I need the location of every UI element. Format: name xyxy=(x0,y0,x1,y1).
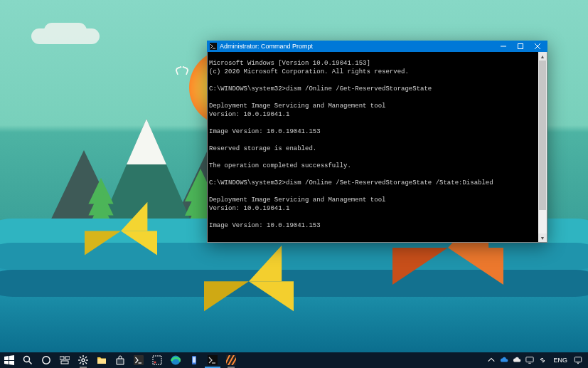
onedrive-icon[interactable] xyxy=(498,356,511,364)
cortana-button[interactable] xyxy=(37,352,55,368)
scroll-track[interactable] xyxy=(538,61,547,233)
task-view-button[interactable] xyxy=(55,352,74,368)
tray-expand-icon[interactable] xyxy=(485,356,498,364)
window-titlebar[interactable]: Administrator: Command Prompt xyxy=(207,41,547,52)
window-title: Administrator: Command Prompt xyxy=(220,43,495,50)
your-phone-app[interactable] xyxy=(185,352,203,368)
file-explorer-app[interactable] xyxy=(92,352,111,368)
windows-terminal-app[interactable] xyxy=(129,352,148,368)
scroll-thumb[interactable] xyxy=(539,61,546,210)
network-icon[interactable] xyxy=(523,356,536,364)
terminal-output[interactable]: Microsoft Windows [Version 10.0.19041.15… xyxy=(208,58,538,236)
taskbar: ENG xyxy=(0,352,588,368)
minimize-button[interactable] xyxy=(495,41,512,52)
scroll-up-button[interactable]: ▲ xyxy=(538,52,547,61)
vertical-scrollbar[interactable]: ▲ ▼ xyxy=(538,52,547,242)
start-button[interactable] xyxy=(0,352,18,368)
cmd-app-icon xyxy=(210,43,217,50)
microsoft-store-app[interactable] xyxy=(111,352,129,368)
display-link-icon[interactable] xyxy=(536,356,549,364)
onedrive-sync-icon[interactable] xyxy=(511,356,523,364)
command-prompt-window: Administrator: Command Prompt Microsoft … xyxy=(207,41,547,242)
command-prompt-app[interactable] xyxy=(203,352,222,368)
search-button[interactable] xyxy=(18,352,37,368)
maximize-button[interactable] xyxy=(512,41,529,52)
snip-sketch-app[interactable] xyxy=(148,352,166,368)
scroll-down-button[interactable]: ▼ xyxy=(538,233,547,242)
running-app[interactable] xyxy=(222,352,240,368)
action-center-button[interactable] xyxy=(572,356,584,364)
settings-app[interactable] xyxy=(74,352,92,368)
language-indicator[interactable]: ENG xyxy=(549,357,572,364)
edge-browser-app[interactable] xyxy=(166,352,185,368)
close-button[interactable] xyxy=(529,41,546,52)
svg-rect-3 xyxy=(518,44,523,49)
